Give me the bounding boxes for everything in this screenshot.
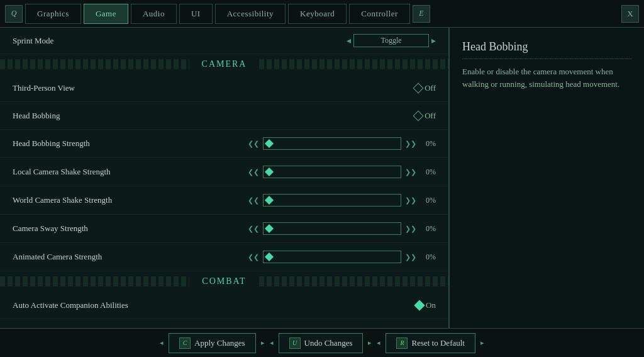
settings-panel: Sprint Mode ◂ Toggle ▸ Camera Third-Pers… [0,28,449,328]
slider-thumb-4 [265,224,274,233]
slider-right-arrow-3[interactable]: ❯❯ [405,196,416,205]
auto-activate-value: On [426,300,436,310]
apply-chevron-left: ◂ [160,339,164,347]
tab-graphics[interactable]: Graphics [25,4,81,24]
sprint-arrow-right[interactable]: ▸ [431,35,436,46]
auto-activate-row: Auto Activate Companion Abilities On [0,292,448,319]
apply-chevron-right: ▸ [261,339,265,347]
combat-section-divider: Combat [0,271,448,292]
undo-chevron-left: ◂ [270,339,274,347]
tab-accessibility[interactable]: Accessibility [215,4,286,24]
bottom-bar: ◂ C Apply Changes ▸ ◂ U Undo Changes ▸ ◂… [0,328,644,357]
info-panel: Head Bobbing Enable or disable the camer… [449,28,644,328]
camera-sway-row: Camera Sway Strength ❮❮ ❯❯ 0% [0,215,448,243]
auto-activate-label: Auto Activate Companion Abilities [13,300,416,310]
tab-controller[interactable]: Controller [349,4,409,24]
slider-thumb-5 [265,252,274,261]
slider-thumb-2 [265,167,274,176]
sprint-arrow-left[interactable]: ◂ [347,35,351,46]
apply-changes-button[interactable]: C Apply Changes [169,333,256,353]
apply-label: Apply Changes [194,338,245,348]
divider-line-combat-right [259,276,448,286]
animated-camera-slider[interactable] [263,251,401,263]
slider-right-arrow-2[interactable]: ❯❯ [405,168,416,176]
camera-sway-value: 0% [420,224,436,234]
local-camera-shake-value: 0% [420,167,436,177]
info-panel-description: Enable or disable the camera movement wh… [462,65,631,90]
third-person-view-row: Third-Person View Off [0,74,448,102]
camera-section-divider: Camera [0,54,448,74]
head-bobbing-strength-value: 0% [420,139,436,149]
slider-left-arrow-3[interactable]: ❮❮ [248,196,259,205]
world-camera-shake-row: World Camera Shake Strength ❮❮ ❯❯ 0% [0,186,448,215]
camera-section-label: Camera [189,59,260,69]
third-person-view-control[interactable]: Off [414,83,436,93]
local-camera-shake-slider[interactable] [263,166,401,178]
animated-camera-control: ❮❮ ❯❯ 0% [248,251,436,263]
sprint-mode-row: Sprint Mode ◂ Toggle ▸ [0,28,448,54]
apply-key: C [179,337,191,349]
reset-to-default-button[interactable]: R Reset to Default [386,333,475,353]
tab-audio[interactable]: Audio [131,4,177,24]
reset-label: Reset to Default [411,338,464,348]
world-camera-shake-control: ❮❮ ❯❯ 0% [248,194,436,207]
auto-activate-control[interactable]: On [416,300,436,310]
reset-chevron-right: ▸ [480,339,484,347]
sprint-mode-label: Sprint Mode [13,36,347,46]
tab-ui[interactable]: UI [179,4,213,24]
world-camera-shake-slider[interactable] [263,194,401,207]
head-bobbing-value: Off [425,111,436,121]
toggle-diamond-icon-2 [413,110,424,121]
slider-right-arrow-4[interactable]: ❯❯ [405,225,416,233]
head-bobbing-strength-control: ❮❮ ❯❯ 0% [248,137,436,150]
third-person-view-value: Off [425,83,436,93]
slider-right-arrow[interactable]: ❯❯ [405,140,416,148]
animated-camera-value: 0% [420,252,436,262]
sprint-value[interactable]: Toggle [353,34,429,47]
undo-label: Undo Changes [304,338,353,348]
local-camera-shake-label: Local Camera Shake Strength [13,167,248,177]
toggle-diamond-icon-3 [414,300,425,310]
nav-corner-right[interactable]: E [413,5,430,23]
undo-changes-button[interactable]: U Undo Changes [279,333,364,353]
tab-keyboard[interactable]: Keyboard [288,4,347,24]
camera-sway-label: Camera Sway Strength [13,224,248,234]
tab-game[interactable]: Game [84,4,128,24]
top-nav: Q Graphics Game Audio UI Accessibility K… [0,0,644,28]
close-button[interactable]: X [621,5,639,23]
slider-left-arrow-2[interactable]: ❮❮ [248,168,259,176]
toggle-diamond-icon [413,82,424,93]
undo-key: U [289,337,301,349]
reset-chevron-left: ◂ [377,339,380,347]
slider-left-arrow-5[interactable]: ❮❮ [248,253,259,261]
slider-left-arrow[interactable]: ❮❮ [248,140,259,148]
slider-thumb-3 [265,196,274,205]
reset-key: R [396,337,408,349]
slider-right-arrow-5[interactable]: ❯❯ [405,253,416,261]
local-camera-shake-row: Local Camera Shake Strength ❮❮ ❯❯ 0% [0,158,448,186]
divider-line-left [0,59,189,69]
third-person-view-label: Third-Person View [13,83,414,93]
world-camera-shake-label: World Camera Shake Strength [13,195,248,205]
info-panel-title: Head Bobbing [462,40,631,59]
sprint-mode-control: ◂ Toggle ▸ [347,34,436,47]
head-bobbing-control[interactable]: Off [414,111,436,121]
camera-sway-slider[interactable] [263,222,401,235]
world-camera-shake-value: 0% [420,196,436,205]
head-bobbing-strength-label: Head Bobbing Strength [13,139,248,149]
head-bobbing-strength-slider[interactable] [263,137,401,150]
head-bobbing-label: Head Bobbing [13,111,414,121]
nav-corner-left[interactable]: Q [5,5,23,23]
undo-chevron-right: ▸ [368,339,372,347]
slider-left-arrow-4[interactable]: ❮❮ [248,225,259,233]
animated-camera-row: Animated Camera Strength ❮❮ ❯❯ 0% [0,243,448,271]
camera-sway-control: ❮❮ ❯❯ 0% [248,222,436,235]
divider-line-right [259,59,448,69]
slider-thumb [265,139,274,148]
head-bobbing-row: Head Bobbing Off [0,102,448,130]
local-camera-shake-control: ❮❮ ❯❯ 0% [248,166,436,178]
head-bobbing-strength-row: Head Bobbing Strength ❮❮ ❯❯ 0% [0,130,448,158]
combat-section-label: Combat [189,276,258,286]
main-content: Sprint Mode ◂ Toggle ▸ Camera Third-Pers… [0,28,644,328]
animated-camera-label: Animated Camera Strength [13,252,248,262]
